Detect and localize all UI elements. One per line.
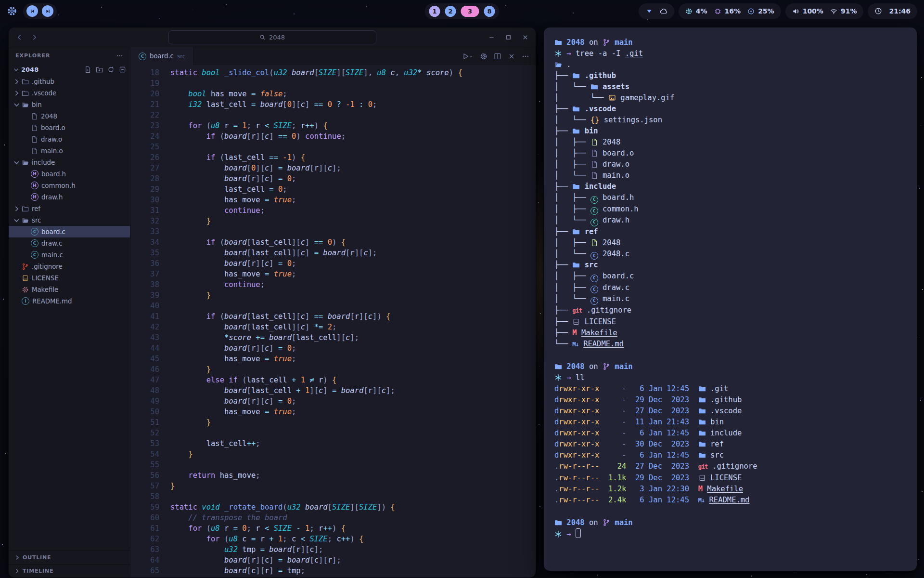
- explorer-item-Makefile[interactable]: Makefile: [9, 284, 130, 295]
- code-line-27[interactable]: 27 board[0][c] = board[r][c];: [130, 163, 536, 173]
- maximize-button[interactable]: [505, 34, 512, 41]
- code-line-46[interactable]: 46 }: [130, 364, 536, 375]
- code-line-40[interactable]: 40: [130, 301, 536, 311]
- weather-widget[interactable]: [639, 3, 674, 19]
- workspace-2[interactable]: 2: [445, 6, 456, 17]
- code-line-53[interactable]: 53 last_cell++;: [130, 438, 536, 449]
- explorer-item-draw.o[interactable]: draw.o: [9, 133, 130, 145]
- explorer-item-common.h[interactable]: Hcommon.h: [9, 180, 130, 191]
- outline-section[interactable]: OUTLINE: [9, 551, 130, 564]
- explorer-item-src[interactable]: src: [9, 214, 130, 226]
- code-line-28[interactable]: 28 board[r][c] = 0;: [130, 173, 536, 184]
- code-line-64[interactable]: 64 board[r][c] = board[c][r];: [130, 555, 536, 565]
- code-line-34[interactable]: 34 if (board[last_cell][c] == 0) {: [130, 237, 536, 248]
- more-editor-actions-button[interactable]: [522, 53, 529, 60]
- code-line-63[interactable]: 63 u32 tmp = board[r][c];: [130, 544, 536, 555]
- code-line-29[interactable]: 29 last_cell = 0;: [130, 184, 536, 195]
- explorer-item-board.c[interactable]: Cboard.c: [9, 226, 130, 237]
- code-line-22[interactable]: 22: [130, 110, 536, 120]
- code-line-57[interactable]: 57}: [130, 481, 536, 491]
- timeline-section[interactable]: TIMELINE: [9, 564, 130, 578]
- editor-titlebar[interactable]: 2048: [9, 27, 536, 47]
- explorer-item-board.o[interactable]: board.o: [9, 122, 130, 133]
- launcher-logo-icon[interactable]: [7, 6, 17, 16]
- run-file-button[interactable]: [462, 53, 474, 60]
- explorer-item-ref[interactable]: ref: [9, 203, 130, 214]
- code-line-38[interactable]: 38 continue;: [130, 279, 536, 290]
- close-editor-button[interactable]: [508, 53, 515, 60]
- explorer-root-folder[interactable]: 2048: [9, 64, 130, 76]
- code-line-56[interactable]: 56 return has_move;: [130, 470, 536, 481]
- code-line-65[interactable]: 65 board[c][r] = tmp;: [130, 565, 536, 576]
- code-line-39[interactable]: 39 }: [130, 290, 536, 301]
- explorer-item-bin[interactable]: bin: [9, 99, 130, 110]
- media-next-button[interactable]: [42, 5, 53, 17]
- settings-gear-button[interactable]: [480, 53, 488, 60]
- explorer-item-.github[interactable]: .github: [9, 76, 130, 87]
- navigate-forward-button[interactable]: [30, 33, 38, 41]
- code-line-47[interactable]: 47 else if (last_cell + 1 ≠ r) {: [130, 375, 536, 385]
- workspace-8[interactable]: 8: [484, 6, 495, 17]
- close-button[interactable]: [522, 34, 529, 41]
- explorer-item-draw.h[interactable]: Hdraw.h: [9, 191, 130, 203]
- code-line-35[interactable]: 35 board[last_cell][c] = board[r][c];: [130, 248, 536, 258]
- explorer-item-.gitignore[interactable]: .gitignore: [9, 261, 130, 272]
- code-line-26[interactable]: 26 if (last_cell == -1) {: [130, 152, 536, 163]
- refresh-explorer-button[interactable]: [107, 66, 115, 73]
- code-line-42[interactable]: 42 board[last_cell][c] *= 2;: [130, 322, 536, 332]
- code-line-62[interactable]: 62 for (u8 c = r + 1; c < SIZE; c++) {: [130, 534, 536, 544]
- code-line-52[interactable]: 52: [130, 428, 536, 438]
- code-line-18[interactable]: 18static bool _slide_col(u32 board[SIZE]…: [130, 67, 536, 78]
- explorer-item-2048[interactable]: 2048: [9, 110, 130, 122]
- code-line-51[interactable]: 51 }: [130, 417, 536, 428]
- code-line-24[interactable]: 24 if (board[r][c] == 0) continue;: [130, 131, 536, 142]
- code-line-33[interactable]: 33: [130, 226, 536, 237]
- clock-widget[interactable]: 21:46: [868, 3, 917, 19]
- code-line-58[interactable]: 58: [130, 491, 536, 502]
- code-line-61[interactable]: 61 for (u8 r = 0; r < SIZE - 1; r++) {: [130, 523, 536, 534]
- minimize-button[interactable]: [488, 34, 495, 41]
- explorer-item-main.c[interactable]: Cmain.c: [9, 249, 130, 261]
- code-line-60[interactable]: 60 // transpose the board: [130, 512, 536, 523]
- code-line-31[interactable]: 31 continue;: [130, 205, 536, 216]
- collapse-folders-button[interactable]: [119, 66, 126, 73]
- code-line-49[interactable]: 49 board[r][c] = 0;: [130, 396, 536, 407]
- navigate-back-button[interactable]: [15, 33, 24, 41]
- code-line-37[interactable]: 37 has_move = true;: [130, 269, 536, 279]
- explorer-item-board.h[interactable]: Hboard.h: [9, 168, 130, 180]
- code-line-25[interactable]: 25: [130, 142, 536, 152]
- code-line-44[interactable]: 44 board[r][c] = 0;: [130, 343, 536, 354]
- code-editor[interactable]: 18static bool _slide_col(u32 board[SIZE]…: [130, 65, 536, 578]
- split-editor-button[interactable]: [494, 53, 501, 60]
- code-line-50[interactable]: 50 has_move = true;: [130, 407, 536, 417]
- media-prev-button[interactable]: [26, 5, 38, 17]
- terminal-window[interactable]: 2048 on main → tree -a -I .git .├── .git…: [543, 27, 917, 571]
- explorer-item-draw.c[interactable]: Cdraw.c: [9, 237, 130, 249]
- explorer-item-README.md[interactable]: iREADME.md: [9, 295, 130, 307]
- code-line-55[interactable]: 55: [130, 460, 536, 470]
- code-line-32[interactable]: 32 }: [130, 216, 536, 226]
- code-line-21[interactable]: 21 i32 last_cell = board[0][c] == 0 ? -1…: [130, 99, 536, 110]
- code-line-48[interactable]: 48 board[last_cell + 1][c] = board[r][c]…: [130, 385, 536, 396]
- code-line-45[interactable]: 45 has_move = true;: [130, 354, 536, 364]
- workspace-1[interactable]: 1: [429, 6, 440, 17]
- code-line-30[interactable]: 30 has_move = true;: [130, 195, 536, 205]
- explorer-more-actions-button[interactable]: [116, 52, 123, 59]
- command-center-search[interactable]: 2048: [168, 30, 376, 44]
- code-line-23[interactable]: 23 for (u8 r = 1; r < SIZE; r++) {: [130, 120, 536, 131]
- code-line-20[interactable]: 20 bool has_move = false;: [130, 89, 536, 99]
- code-line-59[interactable]: 59static void _rotate_board(u32 board[SI…: [130, 502, 536, 512]
- code-line-19[interactable]: 19: [130, 78, 536, 89]
- code-line-54[interactable]: 54 }: [130, 449, 536, 460]
- new-folder-button[interactable]: [96, 66, 103, 73]
- explorer-item-.vscode[interactable]: .vscode: [9, 87, 130, 99]
- code-line-43[interactable]: 43 *score += board[last_cell][c];: [130, 332, 536, 343]
- explorer-item-include[interactable]: include: [9, 157, 130, 168]
- new-file-button[interactable]: [84, 66, 91, 73]
- tab-board-c[interactable]: C board.c src: [130, 47, 194, 65]
- code-line-36[interactable]: 36 board[r][c] = 0;: [130, 258, 536, 269]
- workspace-3[interactable]: 3: [461, 6, 479, 17]
- explorer-item-LICENSE[interactable]: LICENSE: [9, 272, 130, 284]
- explorer-item-main.o[interactable]: main.o: [9, 145, 130, 157]
- system-stats-widget[interactable]: 4%16%25%: [679, 3, 781, 19]
